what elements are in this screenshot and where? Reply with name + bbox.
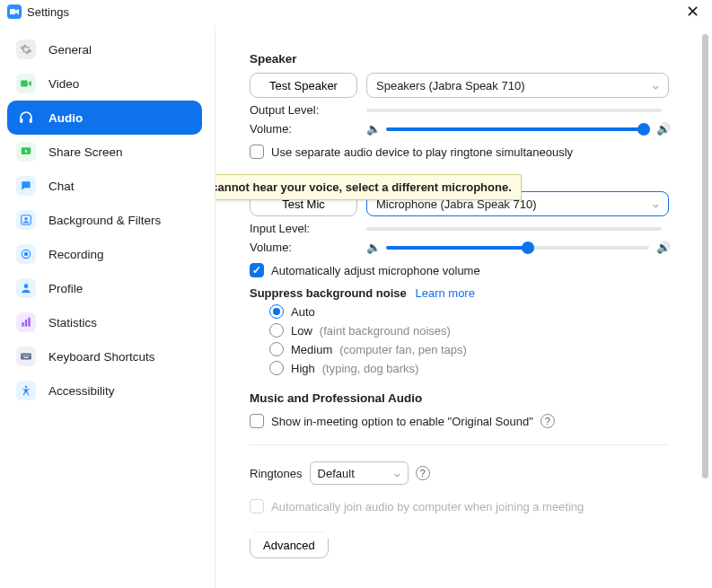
sidebar-item-audio[interactable]: Audio	[7, 101, 202, 135]
background-icon	[16, 210, 36, 230]
sidebar-item-chat[interactable]: Chat	[7, 169, 202, 203]
music-heading: Music and Professional Audio	[250, 391, 669, 405]
zoom-logo-icon	[7, 4, 22, 19]
section-divider	[250, 444, 669, 445]
volume-high-icon: 🔊	[656, 241, 669, 254]
auto-adjust-mic-label: Automatically adjust microphone volume	[271, 264, 480, 277]
suppress-high-hint: (typing, dog barks)	[322, 362, 419, 375]
sidebar-item-label: Profile	[48, 282, 83, 295]
auto-join-audio-checkbox[interactable]	[250, 499, 264, 513]
ringtones-dropdown[interactable]: Default ⌵	[310, 461, 409, 485]
svg-rect-12	[28, 318, 30, 327]
mic-volume-slider[interactable]	[386, 246, 649, 250]
mic-tooltip: If you cannot hear your voice, select a …	[215, 174, 522, 200]
auto-adjust-mic-checkbox[interactable]	[250, 263, 264, 277]
sidebar-item-label: Share Screen	[48, 145, 123, 159]
svg-rect-18	[23, 357, 29, 358]
svg-rect-17	[29, 355, 30, 355]
sidebar-item-keyboard[interactable]: Keyboard Shortcuts	[7, 339, 202, 373]
suppress-auto-label: Auto	[291, 305, 315, 319]
chevron-down-icon: ⌵	[653, 198, 659, 210]
svg-rect-0	[10, 9, 15, 14]
suppress-high-radio[interactable]	[269, 361, 284, 375]
ringtones-value: Default	[318, 467, 355, 480]
gear-icon	[16, 39, 36, 59]
suppress-low-label: Low	[291, 324, 312, 338]
original-sound-label: Show in-meeting option to enable "Origin…	[271, 415, 533, 428]
svg-rect-1	[21, 81, 28, 87]
help-icon[interactable]: ?	[541, 414, 555, 428]
svg-point-8	[24, 252, 28, 256]
volume-low-icon: 🔈	[366, 122, 379, 136]
sidebar-item-background[interactable]: Background & Filters	[7, 203, 202, 237]
suppress-medium-label: Medium	[291, 343, 332, 356]
sidebar-item-share-screen[interactable]: Share Screen	[7, 135, 202, 169]
scrollbar[interactable]	[702, 34, 708, 478]
headphones-icon	[16, 108, 36, 127]
recording-icon	[16, 244, 36, 264]
speaker-device-dropdown[interactable]: Speakers (Jabra Speak 710) ⌵	[366, 73, 669, 98]
speaker-device-value: Speakers (Jabra Speak 710)	[376, 79, 524, 92]
close-icon[interactable]: ✕	[682, 2, 703, 22]
volume-low-icon: 🔈	[366, 241, 379, 254]
sidebar-item-label: Recording	[48, 248, 104, 261]
sidebar-item-label: Keyboard Shortcuts	[48, 350, 155, 364]
svg-rect-13	[21, 354, 31, 360]
suppress-medium-radio[interactable]	[269, 342, 284, 356]
separate-ringtone-checkbox[interactable]	[250, 145, 264, 159]
output-level-label: Output Level:	[250, 103, 366, 117]
mic-volume-label: Volume:	[250, 241, 366, 254]
advanced-button[interactable]: Advanced	[250, 531, 329, 558]
chat-icon	[16, 176, 36, 196]
svg-rect-10	[22, 322, 23, 327]
svg-rect-3	[30, 118, 32, 123]
sidebar-item-profile[interactable]: Profile	[7, 271, 202, 305]
sidebar-item-label: Audio	[48, 111, 83, 125]
sidebar-item-label: Accessibility	[48, 384, 115, 398]
svg-rect-11	[25, 320, 27, 327]
separate-ringtone-label: Use separate audio device to play ringto…	[271, 145, 573, 159]
help-icon[interactable]: ?	[416, 466, 430, 480]
ringtones-label: Ringtones	[250, 467, 303, 480]
suppress-heading: Suppress background noise	[250, 286, 407, 300]
original-sound-checkbox[interactable]	[250, 414, 264, 428]
speaker-volume-slider[interactable]	[386, 127, 649, 131]
suppress-auto-radio[interactable]	[269, 304, 284, 319]
sidebar-item-statistics[interactable]: Statistics	[7, 305, 202, 339]
sidebar-item-label: Background & Filters	[48, 214, 161, 227]
chevron-down-icon: ⌵	[394, 468, 400, 479]
svg-point-9	[24, 284, 29, 288]
sidebar-item-video[interactable]: Video	[7, 66, 202, 101]
share-screen-icon	[16, 142, 36, 162]
speaker-heading: Speaker	[250, 52, 669, 66]
svg-rect-16	[27, 355, 28, 355]
test-speaker-button[interactable]: Test Speaker	[250, 73, 357, 98]
suppress-learn-more-link[interactable]: Learn more	[415, 286, 474, 300]
accessibility-icon	[16, 381, 36, 400]
svg-rect-14	[22, 355, 23, 355]
suppress-low-radio[interactable]	[269, 323, 284, 338]
statistics-icon	[16, 312, 36, 332]
sidebar-item-label: Video	[48, 77, 79, 91]
svg-point-19	[25, 386, 27, 388]
sidebar-item-accessibility[interactable]: Accessibility	[7, 373, 202, 408]
sidebar-item-general[interactable]: General	[7, 32, 202, 66]
chevron-down-icon: ⌵	[653, 80, 659, 92]
sidebar: General Video Audio Share Screen Chat	[0, 25, 215, 588]
svg-point-6	[25, 218, 27, 220]
sidebar-item-recording[interactable]: Recording	[7, 237, 202, 271]
input-level-label: Input Level:	[250, 222, 366, 235]
auto-join-audio-label: Automatically join audio by computer whe…	[271, 500, 584, 513]
speaker-volume-label: Volume:	[250, 122, 366, 136]
profile-icon	[16, 278, 36, 298]
window-title: Settings	[27, 5, 69, 19]
sidebar-item-label: Statistics	[48, 316, 97, 329]
output-level-meter	[366, 109, 662, 112]
suppress-high-label: High	[291, 362, 315, 375]
sidebar-item-label: General	[48, 43, 92, 57]
sidebar-item-label: Chat	[48, 180, 75, 193]
svg-rect-2	[20, 118, 22, 123]
svg-rect-15	[24, 355, 25, 355]
volume-high-icon: 🔊	[656, 122, 669, 136]
suppress-medium-hint: (computer fan, pen taps)	[339, 343, 467, 356]
